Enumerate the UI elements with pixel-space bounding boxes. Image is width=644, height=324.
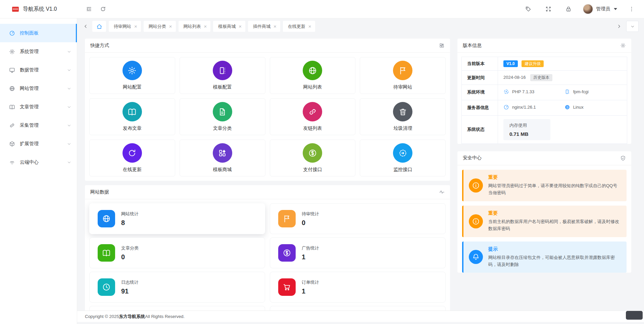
globe-icon [98,210,115,227]
memory-label: 内存使用 [509,122,544,128]
refresh-icon[interactable] [97,3,109,15]
close-tab-icon[interactable]: × [204,24,207,29]
tab-site-categories[interactable]: 网站分类× [144,21,176,32]
history-version-badge[interactable]: 历史版本 [530,74,552,81]
shortcut-label: 待审网站 [393,84,412,90]
rights-text: All Rights Reserved. [145,314,185,319]
app-logo: 导航系统 V1.0 [0,0,77,18]
tabs-dropdown-button[interactable] [626,21,639,32]
sidebar-item-label: 采集管理 [20,122,39,128]
chevron-down-icon [67,142,71,146]
content-area: 快捷方式 网站配置 模板配置 [77,34,644,311]
close-tab-icon[interactable]: × [169,24,172,29]
stat-label: 订单统计 [302,279,319,285]
sidebar-item-dashboard[interactable]: 控制面板 [0,24,77,42]
grid-layout-icon[interactable] [439,43,445,48]
tab-online-update[interactable]: 在线更新× [283,21,315,32]
tab-template-store[interactable]: 模板商城× [213,21,245,32]
avatar[interactable] [583,4,593,14]
close-tab-icon[interactable]: × [308,24,311,29]
alert-title: 提示 [488,246,621,252]
chevron-down-icon [67,123,71,128]
security-alert-password: 重要 网站管理员密码过于简单，请不要使用较短的纯数字或自己的QQ号当做密码 [462,170,627,201]
stat-card-sites[interactable]: 网站统计8 [89,203,265,234]
close-tab-icon[interactable]: × [274,24,277,29]
stat-card-extra[interactable] [270,306,446,311]
tab-label: 在线更新 [288,23,305,30]
pulse-icon[interactable] [439,189,445,195]
sidebar-item-website[interactable]: 网站管理 [0,79,77,98]
caret-down-icon [614,8,617,10]
stat-card-ads[interactable]: 广告统计1 [270,237,446,268]
sidebar-item-label: 网站管理 [20,86,39,92]
lock-icon[interactable] [563,3,574,15]
memory-value: 0.71 MB [509,131,544,137]
tab-site-list[interactable]: 网站列表× [179,21,211,32]
tab-pending-sites[interactable]: 待审网站× [109,21,141,32]
gear-icon[interactable] [620,43,626,48]
shield-check-icon[interactable] [620,155,626,161]
sidebar-item-label: 文章管理 [20,104,39,110]
collapse-sidebar-icon[interactable] [83,3,95,15]
username-label: 管理员 [596,6,610,12]
floating-widget[interactable] [626,311,643,320]
shortcut-pending-sites[interactable]: 待审网站 [360,57,446,94]
security-panel: 安全中心 重要 网站管理员密码过于简单，请不要使用较短的纯数字或自己的QQ号当做… [457,151,631,273]
sidebar-item-system[interactable]: 系统管理 [0,42,77,61]
gear-icon [9,49,15,55]
stat-card-orders[interactable]: 订单统计1 [270,272,446,303]
tab-home[interactable] [92,21,106,32]
shortcut-monitor-api[interactable]: 监控接口 [360,140,446,176]
close-tab-icon[interactable]: × [134,24,137,29]
sidebar-item-data[interactable]: 数据管理 [0,61,77,79]
sidebar-item-cloud[interactable]: 云端中心 [0,153,77,171]
shortcut-article-category[interactable]: 文章分类 [180,98,265,135]
version-badge: V1.0 [503,60,518,67]
sidebar-item-label: 系统管理 [20,49,39,55]
logo-icon [12,7,19,12]
stat-card-article-category[interactable]: 文章分类0 [89,237,265,268]
stat-value: 91 [121,287,139,295]
stat-card-pending[interactable]: 待审统计0 [270,203,446,234]
row-label: 服务器信息 [462,100,498,115]
tabs-scroll-left-icon[interactable] [82,22,90,30]
user-menu[interactable]: 管理员 [583,4,617,14]
shortcut-site-config[interactable]: 网站配置 [89,57,175,94]
shortcut-template-config[interactable]: 模板配置 [180,57,265,94]
shortcut-friend-links[interactable]: 友链列表 [270,98,356,135]
bottom-strip [77,322,644,324]
tab-plugin-store[interactable]: 插件商城× [248,21,280,32]
stat-value: 8 [121,219,139,227]
shortcut-online-update[interactable]: 在线更新 [89,140,175,176]
sidebar-item-extension[interactable]: 扩展管理 [0,134,77,153]
sidebar-item-collect[interactable]: 采集管理 [0,116,77,134]
upgrade-badge[interactable]: 建议升级 [522,60,544,67]
chevron-down-icon [67,105,71,109]
version-info-panel: 版本信息 当前版本 V1.0 建议升级 更新时间 [457,39,631,144]
shortcut-site-list[interactable]: 网站列表 [270,57,356,94]
stat-value: 1 [302,253,319,261]
sidebar-item-article[interactable]: 文章管理 [0,98,77,116]
shortcut-garbage-clean[interactable]: 垃圾清理 [360,98,446,135]
tag-icon[interactable] [523,3,534,15]
chevron-down-icon [67,86,71,91]
stat-card-logs[interactable]: 日志统计91 [89,272,265,303]
tabs-scroll-right-icon[interactable] [615,22,623,30]
close-tab-icon[interactable]: × [239,24,242,29]
shortcut-label: 文章分类 [213,125,232,131]
grid-diamond-icon [213,143,232,163]
shortcut-payment-api[interactable]: 支付接口 [270,140,356,176]
shortcut-publish-article[interactable]: 发布文章 [89,98,175,135]
shortcut-template-store[interactable]: 模板商城 [180,140,265,176]
more-menu-icon[interactable] [626,3,637,15]
fullscreen-icon[interactable] [543,3,554,15]
copyright-text: Copyright © 2025 [85,314,119,319]
chevron-down-icon [67,68,71,72]
flag-icon [393,61,412,80]
file-icon [213,102,232,121]
tab-label: 插件商城 [253,23,270,30]
os-value: Linux [573,105,584,110]
update-date: 2024-08-16 [503,75,526,80]
stat-card-pageviews[interactable]: 站点浏览 [89,306,265,311]
shortcut-label: 网站配置 [123,84,142,90]
